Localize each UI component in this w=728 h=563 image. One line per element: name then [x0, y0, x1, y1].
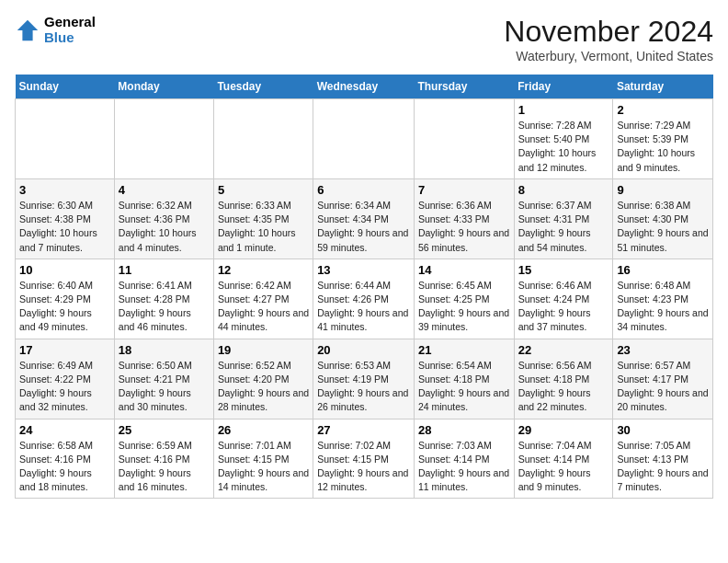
- day-info: Sunrise: 6:42 AM Sunset: 4:27 PM Dayligh…: [218, 279, 309, 335]
- day-info: Sunrise: 6:48 AM Sunset: 4:23 PM Dayligh…: [617, 279, 709, 335]
- calendar-week-row: 3Sunrise: 6:30 AM Sunset: 4:38 PM Daylig…: [16, 178, 713, 259]
- calendar-cell: 14Sunrise: 6:45 AM Sunset: 4:25 PM Dayli…: [414, 259, 514, 339]
- day-info: Sunrise: 7:05 AM Sunset: 4:13 PM Dayligh…: [617, 439, 709, 495]
- day-info: Sunrise: 6:34 AM Sunset: 4:34 PM Dayligh…: [317, 199, 410, 255]
- day-number: 30: [617, 423, 709, 437]
- day-info: Sunrise: 6:36 AM Sunset: 4:33 PM Dayligh…: [418, 199, 510, 255]
- weekday-header: Saturday: [613, 75, 713, 99]
- day-number: 26: [218, 423, 309, 437]
- location-text: Waterbury, Vermont, United States: [504, 49, 713, 63]
- calendar-cell: 13Sunrise: 6:44 AM Sunset: 4:26 PM Dayli…: [313, 259, 415, 339]
- calendar-cell: 7Sunrise: 6:36 AM Sunset: 4:33 PM Daylig…: [414, 178, 514, 259]
- day-info: Sunrise: 7:01 AM Sunset: 4:15 PM Dayligh…: [218, 439, 309, 495]
- page-header: General Blue November 2024 Waterbury, Ve…: [15, 15, 713, 63]
- calendar-week-row: 24Sunrise: 6:58 AM Sunset: 4:16 PM Dayli…: [16, 419, 713, 499]
- calendar-cell: 2Sunrise: 7:29 AM Sunset: 5:39 PM Daylig…: [613, 99, 713, 179]
- calendar-cell: 1Sunrise: 7:28 AM Sunset: 5:40 PM Daylig…: [514, 99, 613, 179]
- day-number: 18: [119, 343, 210, 357]
- calendar-cell: 22Sunrise: 6:56 AM Sunset: 4:18 PM Dayli…: [514, 339, 613, 419]
- day-number: 8: [518, 183, 609, 197]
- calendar-cell: 19Sunrise: 6:52 AM Sunset: 4:20 PM Dayli…: [213, 339, 313, 419]
- calendar-cell: [313, 99, 415, 179]
- day-number: 14: [418, 263, 510, 277]
- day-number: 1: [518, 103, 609, 117]
- calendar-cell: 26Sunrise: 7:01 AM Sunset: 4:15 PM Dayli…: [213, 419, 313, 499]
- weekday-header: Monday: [114, 75, 213, 99]
- calendar-cell: [213, 99, 313, 179]
- calendar-cell: 8Sunrise: 6:37 AM Sunset: 4:31 PM Daylig…: [514, 178, 613, 259]
- calendar-cell: [114, 99, 213, 179]
- calendar-cell: 9Sunrise: 6:38 AM Sunset: 4:30 PM Daylig…: [613, 178, 713, 259]
- calendar-cell: 10Sunrise: 6:40 AM Sunset: 4:29 PM Dayli…: [16, 259, 115, 339]
- calendar-cell: 16Sunrise: 6:48 AM Sunset: 4:23 PM Dayli…: [613, 259, 713, 339]
- day-info: Sunrise: 7:04 AM Sunset: 4:14 PM Dayligh…: [518, 439, 609, 495]
- calendar-cell: 20Sunrise: 6:53 AM Sunset: 4:19 PM Dayli…: [313, 339, 415, 419]
- calendar-cell: 29Sunrise: 7:04 AM Sunset: 4:14 PM Dayli…: [514, 419, 613, 499]
- weekday-header: Sunday: [16, 75, 115, 99]
- calendar-cell: [16, 99, 115, 179]
- day-number: 3: [19, 183, 110, 197]
- day-info: Sunrise: 6:37 AM Sunset: 4:31 PM Dayligh…: [518, 199, 609, 255]
- weekday-header: Friday: [514, 75, 613, 99]
- logo-text: General Blue: [44, 15, 96, 45]
- calendar-cell: 21Sunrise: 6:54 AM Sunset: 4:18 PM Dayli…: [414, 339, 514, 419]
- day-number: 15: [518, 263, 609, 277]
- day-info: Sunrise: 6:54 AM Sunset: 4:18 PM Dayligh…: [418, 359, 510, 415]
- calendar-cell: 5Sunrise: 6:33 AM Sunset: 4:35 PM Daylig…: [213, 178, 313, 259]
- calendar-cell: 25Sunrise: 6:59 AM Sunset: 4:16 PM Dayli…: [114, 419, 213, 499]
- calendar-cell: 27Sunrise: 7:02 AM Sunset: 4:15 PM Dayli…: [313, 419, 415, 499]
- day-info: Sunrise: 6:40 AM Sunset: 4:29 PM Dayligh…: [19, 279, 110, 335]
- day-info: Sunrise: 6:52 AM Sunset: 4:20 PM Dayligh…: [218, 359, 309, 415]
- day-number: 4: [119, 183, 210, 197]
- day-number: 24: [19, 423, 110, 437]
- day-info: Sunrise: 6:53 AM Sunset: 4:19 PM Dayligh…: [317, 359, 410, 415]
- day-info: Sunrise: 6:50 AM Sunset: 4:21 PM Dayligh…: [119, 359, 210, 415]
- day-number: 7: [418, 183, 510, 197]
- day-info: Sunrise: 6:32 AM Sunset: 4:36 PM Dayligh…: [119, 199, 210, 255]
- day-number: 25: [119, 423, 210, 437]
- day-info: Sunrise: 6:41 AM Sunset: 4:28 PM Dayligh…: [119, 279, 210, 335]
- day-info: Sunrise: 7:02 AM Sunset: 4:15 PM Dayligh…: [317, 439, 410, 495]
- day-info: Sunrise: 6:38 AM Sunset: 4:30 PM Dayligh…: [617, 199, 709, 255]
- day-number: 29: [518, 423, 609, 437]
- day-number: 23: [617, 343, 709, 357]
- calendar-week-row: 17Sunrise: 6:49 AM Sunset: 4:22 PM Dayli…: [16, 339, 713, 419]
- day-info: Sunrise: 7:28 AM Sunset: 5:40 PM Dayligh…: [518, 119, 609, 175]
- calendar-table: SundayMondayTuesdayWednesdayThursdayFrid…: [15, 75, 713, 499]
- logo: General Blue: [15, 15, 96, 45]
- day-number: 2: [617, 103, 709, 117]
- calendar-cell: [414, 99, 514, 179]
- weekday-header: Tuesday: [213, 75, 313, 99]
- calendar-cell: 18Sunrise: 6:50 AM Sunset: 4:21 PM Dayli…: [114, 339, 213, 419]
- day-number: 11: [119, 263, 210, 277]
- calendar-week-row: 1Sunrise: 7:28 AM Sunset: 5:40 PM Daylig…: [16, 99, 713, 179]
- day-info: Sunrise: 7:29 AM Sunset: 5:39 PM Dayligh…: [617, 119, 709, 175]
- logo-icon: [15, 17, 40, 43]
- day-number: 12: [218, 263, 309, 277]
- title-block: November 2024 Waterbury, Vermont, United…: [504, 15, 713, 63]
- calendar-cell: 3Sunrise: 6:30 AM Sunset: 4:38 PM Daylig…: [16, 178, 115, 259]
- calendar-cell: 4Sunrise: 6:32 AM Sunset: 4:36 PM Daylig…: [114, 178, 213, 259]
- day-info: Sunrise: 6:49 AM Sunset: 4:22 PM Dayligh…: [19, 359, 110, 415]
- calendar-cell: 30Sunrise: 7:05 AM Sunset: 4:13 PM Dayli…: [613, 419, 713, 499]
- day-number: 10: [19, 263, 110, 277]
- calendar-cell: 24Sunrise: 6:58 AM Sunset: 4:16 PM Dayli…: [16, 419, 115, 499]
- weekday-header-row: SundayMondayTuesdayWednesdayThursdayFrid…: [16, 75, 713, 99]
- day-info: Sunrise: 6:45 AM Sunset: 4:25 PM Dayligh…: [418, 279, 510, 335]
- day-info: Sunrise: 7:03 AM Sunset: 4:14 PM Dayligh…: [418, 439, 510, 495]
- day-info: Sunrise: 6:33 AM Sunset: 4:35 PM Dayligh…: [218, 199, 309, 255]
- day-info: Sunrise: 6:59 AM Sunset: 4:16 PM Dayligh…: [119, 439, 210, 495]
- calendar-cell: 23Sunrise: 6:57 AM Sunset: 4:17 PM Dayli…: [613, 339, 713, 419]
- calendar-cell: 28Sunrise: 7:03 AM Sunset: 4:14 PM Dayli…: [414, 419, 514, 499]
- month-title: November 2024: [504, 15, 713, 49]
- day-number: 17: [19, 343, 110, 357]
- day-number: 27: [317, 423, 410, 437]
- day-info: Sunrise: 6:46 AM Sunset: 4:24 PM Dayligh…: [518, 279, 609, 335]
- calendar-cell: 15Sunrise: 6:46 AM Sunset: 4:24 PM Dayli…: [514, 259, 613, 339]
- weekday-header: Thursday: [414, 75, 514, 99]
- day-number: 9: [617, 183, 709, 197]
- day-info: Sunrise: 6:44 AM Sunset: 4:26 PM Dayligh…: [317, 279, 410, 335]
- calendar-cell: 6Sunrise: 6:34 AM Sunset: 4:34 PM Daylig…: [313, 178, 415, 259]
- day-info: Sunrise: 6:56 AM Sunset: 4:18 PM Dayligh…: [518, 359, 609, 415]
- weekday-header: Wednesday: [313, 75, 415, 99]
